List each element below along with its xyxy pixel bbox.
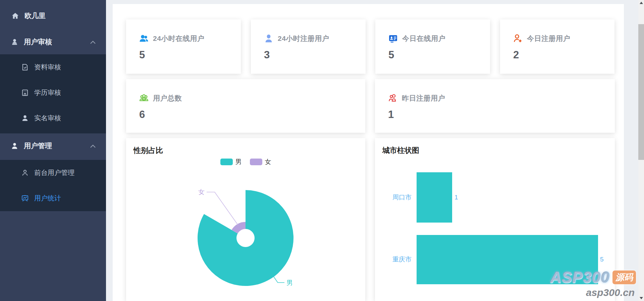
- sidebar-item-label: 实名审核: [34, 114, 61, 123]
- users-online-icon: [139, 34, 149, 44]
- stat-label: 24小时在线用户: [153, 34, 204, 43]
- scroll-up-arrow-icon: [640, 2, 643, 4]
- city-bar-card: 城市柱状图 周口市 1 重庆市 5: [375, 138, 615, 301]
- group-label: 用户管理: [24, 141, 52, 150]
- sidebar-item-label: 资料审核: [34, 63, 61, 72]
- stat-value: 2: [500, 44, 614, 61]
- stat-card-total-users: 用户总数 6: [126, 79, 365, 133]
- scroll-down-arrow-icon: [640, 297, 643, 299]
- document-check-icon: [21, 63, 29, 71]
- stat-value: 6: [126, 103, 365, 121]
- bar-value-label: 5: [600, 256, 604, 263]
- person-icon: [21, 114, 29, 122]
- logo-text: 欧几里: [24, 11, 46, 20]
- sidebar-item-realname-audit[interactable]: 实名审核: [0, 105, 106, 131]
- user-icon: [10, 142, 18, 150]
- stat-label: 昨日注册用户: [402, 94, 445, 103]
- sidebar: 欧几里 用户审核 资料审核 学历审核: [0, 0, 106, 301]
- stat-label: 用户总数: [153, 94, 182, 103]
- sidebar-item-front-user-management[interactable]: 前台用户管理: [0, 160, 106, 185]
- group-label: 用户审核: [24, 37, 52, 47]
- scrollbar-thumb[interactable]: [638, 24, 644, 160]
- gender-pie-chart: 女 男: [126, 138, 365, 301]
- stat-value: 3: [251, 44, 366, 61]
- dashboard-root: 欧几里 用户审核 资料审核 学历审核: [0, 0, 644, 301]
- vertical-scrollbar[interactable]: [638, 0, 644, 301]
- user-registered-icon: [264, 34, 274, 44]
- bar-zhoukou: [417, 172, 452, 223]
- chevron-up-icon: [90, 142, 96, 150]
- scroll-down-button[interactable]: [638, 295, 644, 301]
- building-icon: [21, 88, 29, 97]
- chevron-up-icon: [90, 38, 96, 46]
- gender-pie-card: 性别占比 男 女 女 男: [126, 138, 365, 301]
- city-chart-title: 城市柱状图: [382, 145, 419, 156]
- submenu-user-management: 前台用户管理 用户统计: [0, 160, 106, 211]
- sidebar-item-data-audit[interactable]: 资料审核: [0, 54, 106, 80]
- home-icon: [11, 12, 19, 20]
- stat-card-registered-yesterday: 昨日注册用户 1: [375, 79, 615, 133]
- sidebar-group-user-audit[interactable]: 用户审核: [0, 29, 106, 54]
- sidebar-item-label: 学历审核: [34, 88, 61, 97]
- chart-board-icon: [21, 194, 29, 202]
- sidebar-item-user-statistics[interactable]: 用户统计: [0, 185, 106, 211]
- sidebar-group-user-management[interactable]: 用户管理: [0, 133, 106, 158]
- stat-label: 今日注册用户: [527, 34, 570, 43]
- sidebar-logo[interactable]: 欧几里: [0, 3, 106, 29]
- sidebar-item-label: 用户统计: [34, 194, 61, 203]
- users-yesterday-icon: [388, 93, 398, 103]
- sidebar-item-label: 前台用户管理: [34, 168, 74, 177]
- bar-value-label: 1: [454, 194, 458, 201]
- stat-label: 24小时注册用户: [278, 34, 329, 43]
- stat-card-registered-24h: 24小时注册用户 3: [251, 19, 366, 74]
- stat-value: 5: [375, 44, 490, 61]
- stat-label: 今日在线用户: [402, 34, 445, 43]
- stat-value: 1: [375, 103, 615, 121]
- pie-donut-hole: [236, 229, 255, 247]
- male-slice-label: 男: [286, 279, 293, 286]
- scroll-up-button[interactable]: [638, 0, 644, 6]
- female-slice-label: 女: [198, 188, 205, 195]
- stat-card-online-today: 今日在线用户 5: [375, 19, 490, 74]
- users-total-icon: [139, 93, 149, 103]
- id-card-icon: [388, 34, 398, 44]
- submenu-user-audit: 资料审核 学历审核 实名审核: [0, 54, 106, 133]
- bar-category-label: 重庆市: [381, 255, 412, 264]
- stat-card-online-24h: 24小时在线用户 5: [126, 19, 241, 74]
- stat-value: 5: [126, 44, 241, 61]
- bar-category-label: 周口市: [381, 193, 412, 202]
- stat-card-registered-today: 今日注册用户 2: [500, 19, 614, 74]
- bar-chongqing: [417, 235, 598, 284]
- user-plus-icon: [513, 34, 523, 44]
- user-audit-icon: [10, 38, 18, 46]
- sidebar-item-education-audit[interactable]: 学历审核: [0, 80, 106, 105]
- person-outline-icon: [21, 169, 29, 177]
